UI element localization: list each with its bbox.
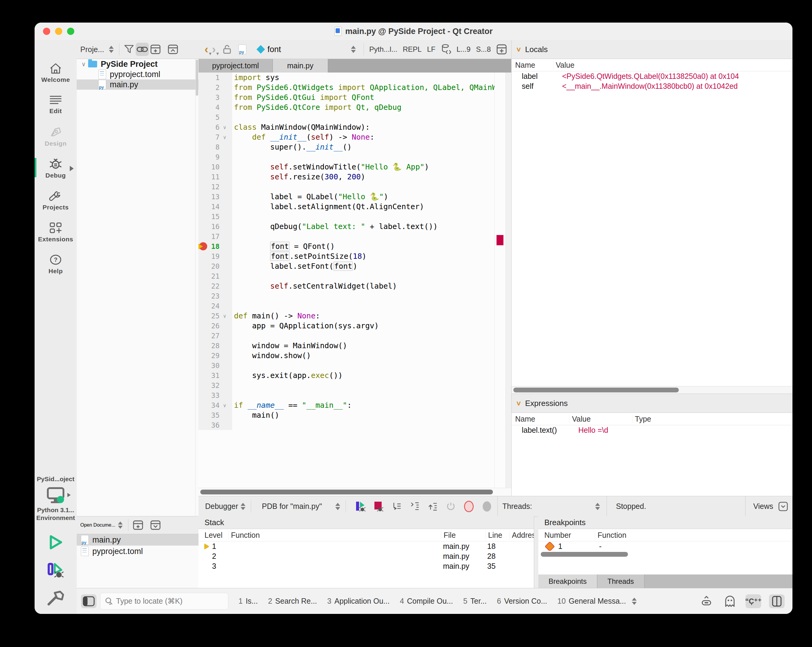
code-gutter[interactable]: 21 — [198, 271, 232, 281]
perspective-selector[interactable]: Debugger — [205, 502, 248, 511]
locals-col-value[interactable]: Value — [553, 61, 792, 69]
bottom-tab-breakpoints[interactable]: Breakpoints — [538, 575, 597, 588]
code-gutter[interactable]: 14 — [198, 202, 232, 211]
expressions-col-type[interactable]: Type — [632, 415, 792, 424]
stack-col-level[interactable]: Level — [198, 531, 228, 540]
editor-sort-icon[interactable] — [351, 46, 356, 53]
tree-item-PySide Project[interactable]: ∨PySide Project — [77, 59, 198, 69]
projects-panel-title[interactable]: Proje... — [80, 45, 104, 54]
mode-flyout-arrow[interactable] — [70, 166, 74, 171]
breakpoint-row[interactable]: 1- — [538, 541, 792, 551]
code-line[interactable]: 8 super().__init__() — [198, 142, 511, 152]
code-line[interactable]: 19 font.setPointSize(18) — [198, 251, 511, 261]
code-line[interactable]: 12 — [198, 182, 511, 192]
sidebar-item-debug[interactable]: Debug — [35, 156, 77, 182]
code-line[interactable]: 23 — [198, 291, 511, 301]
record-icon[interactable] — [464, 501, 474, 512]
bottom-tab-threads[interactable]: Threads — [597, 575, 644, 588]
code-line[interactable]: 6∨class MainWindow(QMainWindow): — [198, 122, 511, 132]
fold-marker-icon[interactable]: ∨ — [220, 402, 230, 408]
panel-sort-icon[interactable] — [109, 46, 114, 53]
code-gutter[interactable]: 10 — [198, 162, 232, 172]
open-document-main.py[interactable]: main.py — [77, 534, 198, 546]
code-gutter[interactable]: 25∨ — [198, 311, 232, 321]
code-line[interactable]: 27 — [198, 331, 511, 341]
language-indicator[interactable]: Pyth...l... — [369, 45, 397, 54]
views-button[interactable]: Views — [753, 501, 788, 512]
filter-icon[interactable] — [122, 43, 136, 56]
stack-col-function[interactable]: Function — [228, 531, 441, 540]
code-gutter[interactable]: 7∨ — [198, 132, 232, 142]
code-gutter[interactable]: 33 — [198, 390, 232, 400]
code-line[interactable]: 14 label.setAlignment(Qt.AlignCenter) — [198, 202, 511, 211]
code-gutter[interactable]: 20 — [198, 261, 232, 271]
locals-collapse-icon[interactable]: ∨ — [516, 46, 522, 53]
debug-run-button[interactable] — [47, 563, 64, 578]
code-gutter[interactable]: 3 — [198, 92, 232, 102]
locals-row[interactable]: label<PySide6.QtWidgets.QLabel(0x1138250… — [511, 71, 792, 81]
snapshot-icon[interactable] — [482, 501, 492, 512]
locals-header[interactable]: ∨ Locals — [511, 40, 792, 59]
current-symbol[interactable]: font — [267, 45, 281, 54]
engine-selector[interactable]: PDB for "main.py" — [262, 502, 343, 511]
expressions-col-value[interactable]: Value — [569, 415, 632, 424]
cpp-debugger-icon[interactable]: “C̦⁺⁺ — [746, 594, 761, 608]
code-gutter[interactable]: 2 — [198, 83, 232, 92]
editor-horizontal-scrollbar[interactable] — [200, 489, 493, 494]
code-gutter[interactable]: 24 — [198, 301, 232, 311]
ghost-icon[interactable] — [722, 594, 738, 608]
code-line[interactable]: 15 — [198, 211, 511, 222]
code-gutter[interactable]: 16 — [198, 222, 232, 231]
threads-selector[interactable]: Threads: — [502, 502, 603, 511]
code-gutter[interactable]: 17 — [198, 231, 232, 241]
open-document-pyproject.toml[interactable]: pyproject.toml — [77, 546, 198, 557]
code-line[interactable]: 25∨def main() -> None: — [198, 311, 511, 321]
code-gutter[interactable]: 26 — [198, 321, 232, 331]
fold-marker-icon[interactable]: ∨ — [220, 124, 230, 130]
tree-scrollbar[interactable] — [195, 59, 198, 516]
code-line[interactable]: 18 font = QFont() — [198, 241, 511, 251]
add-selection-icon[interactable] — [496, 44, 507, 55]
expressions-collapse-icon[interactable]: ∨ — [516, 400, 522, 407]
file-type-icon[interactable] — [238, 44, 246, 54]
code-line[interactable]: 3from PySide6.QtGui import QFont — [198, 92, 511, 102]
output-panes-sort-icon[interactable] — [632, 598, 636, 605]
sidebar-item-help[interactable]: ?Help — [35, 251, 77, 277]
tree-item-pyproject.toml[interactable]: pyproject.toml — [77, 69, 198, 80]
code-gutter[interactable]: 28 — [198, 341, 232, 350]
tree-twist-icon[interactable]: ∨ — [79, 61, 88, 68]
editor-vertical-scrollbar[interactable] — [505, 72, 511, 488]
continue-debug-icon[interactable] — [356, 501, 366, 512]
unlock-icon[interactable] — [220, 43, 234, 56]
output-pane-button-5[interactable]: 5Ter... — [463, 597, 487, 606]
breakpoints-col-function[interactable]: Function — [595, 531, 792, 540]
code-gutter[interactable]: 19 — [198, 251, 232, 261]
output-pane-button-4[interactable]: 4Compile Ou... — [400, 597, 453, 606]
code-line[interactable]: 21 — [198, 271, 511, 281]
sidebar-item-projects[interactable]: Projects — [35, 188, 77, 213]
code-line[interactable]: 17 — [198, 231, 511, 241]
fold-marker-icon[interactable]: ∨ — [220, 134, 230, 140]
code-gutter[interactable]: 35 — [198, 410, 232, 420]
cursor-position[interactable]: L...9 — [456, 45, 471, 54]
stop-debug-icon[interactable] — [374, 501, 384, 512]
fold-marker-icon[interactable]: ∨ — [220, 313, 230, 319]
sidebar-item-edit[interactable]: Edit — [35, 92, 77, 118]
code-gutter[interactable]: 6∨ — [198, 122, 232, 132]
build-button[interactable] — [47, 590, 64, 606]
code-gutter[interactable]: 4 — [198, 102, 232, 112]
split-panel-icon[interactable] — [149, 43, 162, 56]
stack-col-line[interactable]: Line — [485, 531, 509, 540]
code-line[interactable]: 20 label.setFont(font) — [198, 261, 511, 271]
code-gutter[interactable]: 8 — [198, 142, 232, 152]
code-line[interactable]: 13 label = QLabel("Hello 🐍") — [198, 192, 511, 202]
code-line[interactable]: 1import sys — [198, 72, 511, 83]
code-gutter[interactable]: 29 — [198, 350, 232, 361]
locals-row[interactable]: self<__main__.MainWindow(0x11380bcb0) at… — [511, 81, 792, 91]
step-out-icon[interactable] — [427, 501, 438, 512]
code-gutter[interactable]: 32 — [198, 380, 232, 390]
code-line[interactable]: 24 — [198, 301, 511, 311]
code-gutter[interactable]: 27 — [198, 331, 232, 341]
code-gutter[interactable]: 22 — [198, 281, 232, 291]
go-back-button[interactable]: ‹▾ — [203, 44, 210, 55]
